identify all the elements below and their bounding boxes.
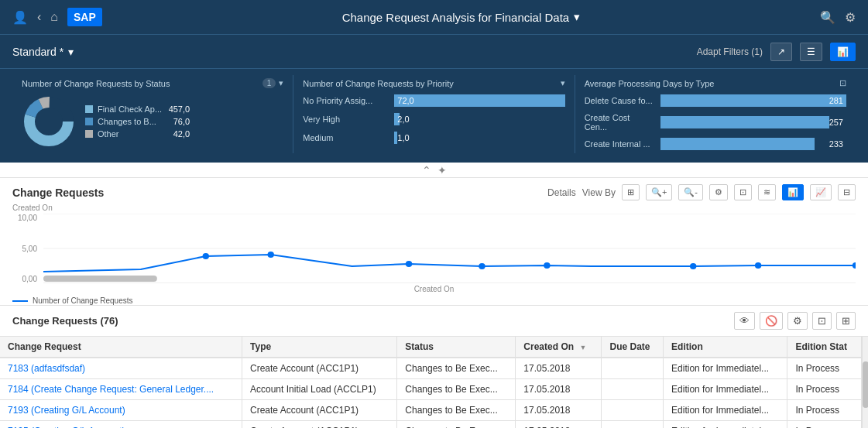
- avg-val-0: 281: [829, 94, 846, 107]
- col-header-change-request[interactable]: Change Request: [0, 337, 242, 358]
- subheader: Standard * ▾ Adapt Filters (1) ↗ ☰ 📊: [0, 34, 868, 68]
- cell-edition-stat-2: In Process: [787, 400, 862, 421]
- title-dropdown-icon[interactable]: ▾: [574, 10, 580, 24]
- col-header-created-on[interactable]: Created On ▼: [516, 337, 602, 358]
- kpi-by-status-title: Number of Change Requests by Status: [22, 79, 170, 88]
- chart-legend-label: Number of Change Requests: [33, 296, 133, 305]
- cell-change-request-3[interactable]: 7195 (Creating G/L Account): [0, 421, 242, 429]
- settings-icon[interactable]: ⚙: [845, 10, 856, 25]
- user-icon[interactable]: 👤: [12, 10, 28, 25]
- back-icon[interactable]: ‹: [37, 10, 41, 24]
- adapt-filters-btn[interactable]: Adapt Filters (1): [697, 46, 763, 57]
- cell-type-0: Create Account (ACC1P1): [242, 358, 397, 379]
- avg-row-0: Delete Cause fo... 281: [585, 94, 846, 107]
- view-lines-btn[interactable]: ≋: [758, 184, 776, 200]
- col-header-edition-stat[interactable]: Edition Stat: [787, 337, 862, 358]
- priority-bar-0: 72,0: [394, 94, 564, 107]
- cell-change-request-0[interactable]: 7183 (adfasdfsdaf): [0, 358, 242, 379]
- standard-dropdown-icon[interactable]: ▾: [68, 46, 74, 58]
- cell-edition-stat-3: In Process: [787, 421, 862, 429]
- view-by-label: View By: [582, 187, 616, 198]
- chart-legend: Number of Change Requests: [12, 296, 856, 305]
- kpi-status-dropdown[interactable]: ▾: [279, 78, 283, 88]
- cell-created-3: 17.05.2018: [516, 421, 602, 429]
- priority-bar-fill-2: [394, 132, 396, 144]
- view-expand-btn[interactable]: ⊡: [734, 184, 752, 200]
- cell-created-0: 17.05.2018: [516, 358, 602, 379]
- table-fullscreen-btn[interactable]: ⊞: [836, 312, 856, 330]
- priority-val-2: 1,0: [397, 132, 409, 144]
- change-requests-table: Change Request Type Status Created On ▼ …: [0, 337, 868, 428]
- table-section: Change Requests (76) 👁 🚫 ⚙ ⊡ ⊞ Change Re…: [0, 306, 868, 428]
- svg-point-13: [690, 263, 696, 269]
- view-line-btn[interactable]: 📈: [810, 184, 832, 200]
- avg-label-1: Create Cost Cen...: [585, 113, 654, 132]
- table-settings-btn[interactable]: ⚙: [787, 312, 808, 330]
- cell-edition-stat-0: In Process: [787, 358, 862, 379]
- legend-value-1: 76,0: [166, 117, 190, 126]
- view-grid-btn[interactable]: ⊞: [622, 184, 640, 200]
- line-chart-svg: [43, 214, 856, 283]
- avg-label-0: Delete Cause fo...: [585, 96, 654, 105]
- kpi-by-type-header: Average Processing Days by Type ⊡: [585, 78, 846, 88]
- scrollbar-thumb[interactable]: [863, 361, 868, 408]
- kpi-by-status: Number of Change Requests by Status 1 ▾: [12, 75, 293, 153]
- avg-row-2: Create Internal ... 233: [585, 138, 846, 150]
- table-header-row: Change Request Type Status Created On ▼ …: [0, 337, 868, 358]
- view-zoom-in-btn[interactable]: 🔍+: [646, 184, 672, 200]
- legend-item-0: Final Check Ap... 457,0: [85, 104, 190, 114]
- kpi-section: Number of Change Requests by Status 1 ▾: [0, 68, 868, 163]
- table-row-3: 7195 (Creating G/L Account) Create Accou…: [0, 421, 868, 429]
- svg-point-10: [406, 261, 412, 267]
- chart-view-button[interactable]: 📊: [830, 43, 856, 61]
- table-eye-btn[interactable]: 👁: [734, 312, 755, 330]
- standard-label: Standard *: [12, 46, 63, 58]
- table-row-1: 7184 (Create Change Request: General Led…: [0, 379, 868, 400]
- vertical-scrollbar[interactable]: [862, 337, 868, 428]
- collapse-up-icon[interactable]: ⌃: [422, 164, 431, 176]
- cell-type-1: Account Initial Load (ACCLP1): [242, 379, 397, 400]
- cell-change-request-2[interactable]: 7193 (Creating G/L Account): [0, 400, 242, 421]
- cell-change-request-1[interactable]: 7184 (Create Change Request: General Led…: [0, 379, 242, 400]
- kpi-by-type-title: Average Processing Days by Type: [585, 79, 715, 88]
- collapse-bar: ⌃ ✦: [0, 163, 868, 178]
- details-label[interactable]: Details: [547, 187, 576, 198]
- view-table-btn[interactable]: ⊟: [838, 184, 856, 200]
- avg-label-2: Create Internal ...: [585, 139, 654, 149]
- y-label-0: 0,00: [12, 275, 37, 283]
- col-header-edition[interactable]: Edition: [664, 337, 787, 358]
- kpi-priority-dropdown[interactable]: ▾: [561, 78, 565, 88]
- col-header-status[interactable]: Status: [397, 337, 516, 358]
- kpi-by-priority-title: Number of Change Requests by Priority: [303, 79, 453, 88]
- cell-edition-stat-1: In Process: [787, 379, 862, 400]
- legend-value-2: 42,0: [166, 129, 190, 139]
- cell-status-3: Changes to Be Exec...: [397, 421, 516, 429]
- donut-area: Final Check Ap... 457,0 Changes to B... …: [22, 94, 283, 149]
- list-view-button[interactable]: ☰: [800, 43, 822, 61]
- priority-row-2: Medium 1,0: [303, 132, 564, 144]
- chart-section-title: Change Requests: [12, 187, 104, 199]
- priority-label-0: No Priority Assig...: [303, 96, 388, 105]
- col-header-type[interactable]: Type: [242, 337, 397, 358]
- legend-item-2: Other 42,0: [85, 129, 190, 139]
- kpi-by-status-header: Number of Change Requests by Status 1 ▾: [22, 78, 283, 88]
- view-zoom-out-btn[interactable]: 🔍-: [678, 184, 703, 200]
- cell-due-3: [602, 421, 664, 429]
- priority-label-1: Very High: [303, 115, 388, 124]
- view-settings-btn[interactable]: ⚙: [709, 184, 728, 200]
- table-expand-btn[interactable]: ⊡: [812, 312, 832, 330]
- home-icon[interactable]: ⌂: [50, 10, 58, 24]
- cell-edition-1: Edition for Immediatel...: [664, 379, 787, 400]
- priority-row-0: No Priority Assig... 72,0: [303, 94, 564, 107]
- subheader-controls: Adapt Filters (1) ↗ ☰ 📊: [697, 43, 856, 61]
- collapse-settings-icon[interactable]: ✦: [437, 164, 447, 176]
- cell-status-2: Changes to Be Exec...: [397, 400, 516, 421]
- view-bar-btn[interactable]: 📊: [782, 184, 804, 200]
- table-hide-btn[interactable]: 🚫: [760, 312, 783, 330]
- share-button[interactable]: ↗: [770, 43, 792, 61]
- kpi-type-expand[interactable]: ⊡: [839, 78, 846, 88]
- search-icon[interactable]: 🔍: [820, 10, 835, 25]
- standard-label-area: Standard * ▾: [12, 46, 74, 58]
- col-header-due-date[interactable]: Due Date: [602, 337, 664, 358]
- donut-chart: [22, 94, 76, 149]
